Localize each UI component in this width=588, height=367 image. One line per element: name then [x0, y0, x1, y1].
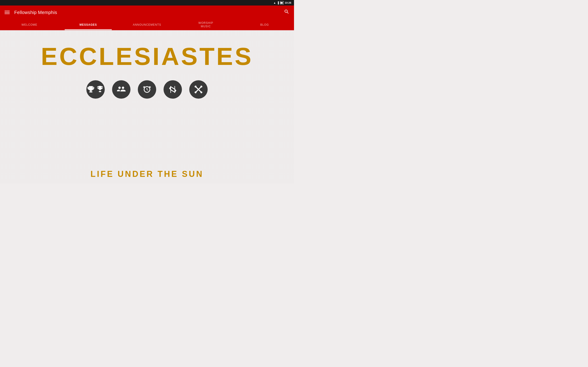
clock-icon-button[interactable]: [138, 80, 156, 99]
trophy-icon: [95, 85, 105, 94]
page-title: ECCLESIASTES: [41, 44, 253, 69]
wifi-icon: ▲: [273, 1, 276, 4]
app-title: Fellowship Memphis: [14, 10, 57, 15]
status-icons: ▲ ▐ 10:26: [273, 1, 291, 4]
community-icon: [116, 85, 126, 94]
svg-point-7: [200, 91, 202, 93]
trophy-icon-button[interactable]: [86, 80, 105, 99]
svg-rect-0: [170, 86, 171, 93]
tab-messages[interactable]: MESSAGES: [59, 19, 118, 30]
signal-icon: ▐: [277, 1, 279, 4]
status-bar: ▲ ▐ 10:26: [0, 0, 294, 6]
crossed-items-icon-button[interactable]: [189, 80, 208, 99]
tab-announcements[interactable]: ANNOUNCEMENTS: [118, 19, 176, 30]
battery-icon: [280, 1, 284, 4]
trophy-icon: [86, 85, 95, 94]
nav-tabs: WELCOME MESSAGES ANNOUNCEMENTS WORSHIPMU…: [0, 19, 294, 30]
crossed-clubs-icon: [194, 85, 203, 94]
alarm-clock-icon: [142, 85, 152, 94]
svg-point-6: [195, 91, 196, 93]
community-icon-button[interactable]: [112, 80, 130, 99]
app-bar-left: Fellowship Memphis: [5, 10, 57, 15]
tab-blog[interactable]: BLOG: [235, 19, 294, 30]
hamburger-menu-button[interactable]: [5, 11, 10, 14]
svg-point-5: [200, 85, 202, 87]
subtitle: LIFE UNDER THE SUN: [90, 169, 204, 179]
svg-point-4: [195, 85, 196, 87]
crossed-flags-icon: [168, 85, 178, 94]
svg-rect-1: [174, 86, 175, 93]
tab-welcome[interactable]: WELCOME: [0, 19, 59, 30]
tab-worship-music[interactable]: WORSHIPMUSIC: [176, 19, 235, 30]
crossed-flags-icon-button[interactable]: [164, 80, 182, 99]
main-content: ECCLESIASTES: [0, 30, 294, 184]
app-bar: Fellowship Memphis: [0, 6, 294, 19]
status-time: 10:26: [285, 1, 291, 4]
icons-row: [86, 80, 208, 99]
search-button[interactable]: [284, 9, 289, 16]
